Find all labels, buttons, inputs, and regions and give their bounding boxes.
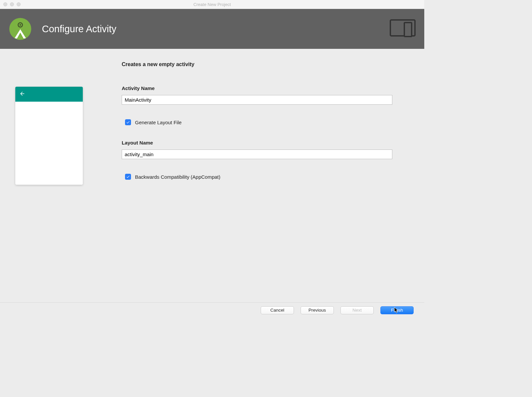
window-controls [3, 2, 21, 6]
activity-preview [15, 87, 83, 185]
zoom-window-button[interactable] [17, 2, 21, 6]
form-factor-icon [390, 19, 416, 39]
backcompat-label: Backwards Compatibility (AppCompat) [135, 174, 220, 180]
activity-name-group: Activity Name [122, 85, 392, 105]
close-window-button[interactable] [3, 2, 7, 6]
next-button: Next [340, 306, 374, 314]
previous-button[interactable]: Previous [301, 306, 334, 314]
layout-name-label: Layout Name [122, 140, 392, 146]
backcompat-checkbox-row[interactable]: Backwards Compatibility (AppCompat) [125, 174, 392, 180]
finish-button[interactable]: Finish [380, 306, 414, 314]
form-column: Creates a new empty activity Activity Na… [122, 61, 409, 185]
back-arrow-icon [19, 91, 25, 98]
window-title: Create New Project [194, 2, 231, 7]
wizard-header: Configure Activity [0, 9, 424, 49]
minimize-window-button[interactable] [10, 2, 14, 6]
preview-column [15, 61, 102, 185]
svg-point-0 [9, 18, 31, 40]
section-heading: Creates a new empty activity [122, 61, 392, 67]
layout-name-input[interactable] [122, 149, 392, 159]
android-studio-logo-icon [9, 17, 32, 41]
activity-name-label: Activity Name [122, 85, 392, 91]
activity-name-input[interactable] [122, 95, 392, 105]
backcompat-checkbox[interactable] [125, 174, 131, 180]
generate-layout-checkbox[interactable] [125, 119, 131, 125]
titlebar: Create New Project [0, 0, 424, 9]
wizard-step-title: Configure Activity [42, 24, 116, 35]
cancel-button[interactable]: Cancel [261, 306, 294, 314]
generate-layout-checkbox-row[interactable]: Generate Layout File [125, 119, 392, 125]
generate-layout-label: Generate Layout File [135, 120, 182, 125]
wizard-content: Creates a new empty activity Activity Na… [0, 49, 424, 185]
layout-name-group: Layout Name [122, 140, 392, 159]
preview-appbar [15, 87, 83, 102]
wizard-footer: Cancel Previous Next Finish [0, 302, 424, 318]
svg-rect-4 [404, 23, 412, 37]
svg-point-2 [20, 24, 21, 26]
